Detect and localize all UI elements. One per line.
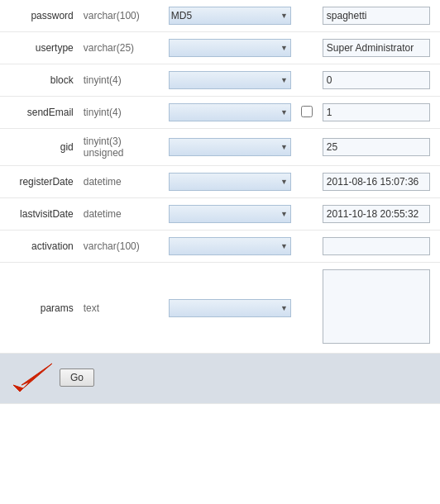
- arrow-icon: [7, 362, 56, 395]
- field-select[interactable]: [169, 299, 291, 317]
- field-name: registerDate: [0, 166, 79, 198]
- field-name: activation: [0, 231, 79, 263]
- field-select-wrapper: [164, 129, 296, 166]
- go-button[interactable]: Go: [60, 368, 94, 387]
- data-table: passwordvarchar(100)MD5usertypevarchar(2…: [0, 0, 440, 404]
- field-value-cell: [318, 0, 440, 32]
- table-row: registerDatedatetime: [0, 166, 440, 198]
- field-type: tinyint(3) unsigned: [79, 129, 164, 166]
- field-select-wrapper: [164, 198, 296, 231]
- field-select-wrapper: MD5: [164, 0, 296, 32]
- field-select[interactable]: MD5: [169, 7, 291, 25]
- field-checkbox-cell: [296, 263, 318, 354]
- field-select[interactable]: [169, 173, 291, 191]
- table-row: passwordvarchar(100)MD5: [0, 0, 440, 32]
- field-checkbox-cell: [296, 166, 318, 198]
- field-value-cell: [318, 64, 440, 97]
- field-name: gid: [0, 129, 79, 166]
- field-type: varchar(25): [79, 32, 164, 64]
- field-checkbox-cell: [296, 129, 318, 166]
- field-type: tinyint(4): [79, 97, 164, 129]
- field-value-cell: [318, 263, 440, 354]
- field-value-cell: [318, 129, 440, 166]
- table-row: sendEmailtinyint(4): [0, 97, 440, 129]
- footer-cell: Go: [0, 354, 440, 404]
- field-type: datetime: [79, 166, 164, 198]
- field-input[interactable]: [323, 7, 430, 25]
- footer-row: Go: [0, 354, 440, 404]
- table-row: blocktinyint(4): [0, 64, 440, 97]
- field-type: varchar(100): [79, 231, 164, 263]
- field-select-wrapper: [164, 263, 296, 354]
- field-name: sendEmail: [0, 97, 79, 129]
- field-select-wrapper: [164, 64, 296, 97]
- table-row: usertypevarchar(25): [0, 32, 440, 64]
- field-name: password: [0, 0, 79, 32]
- field-select[interactable]: [169, 237, 291, 255]
- field-type: tinyint(4): [79, 64, 164, 97]
- field-type: datetime: [79, 198, 164, 231]
- field-select-wrapper: [164, 166, 296, 198]
- field-select[interactable]: [169, 71, 291, 89]
- field-value-cell: [318, 231, 440, 263]
- field-name: block: [0, 64, 79, 97]
- field-input[interactable]: [323, 237, 430, 255]
- field-checkbox-cell: [296, 64, 318, 97]
- field-input[interactable]: [323, 103, 430, 121]
- field-value-cell: [318, 166, 440, 198]
- field-checkbox-cell: [296, 97, 318, 129]
- field-name: usertype: [0, 32, 79, 64]
- field-type: text: [79, 263, 164, 354]
- field-input[interactable]: [323, 173, 430, 191]
- field-checkbox-cell: [296, 32, 318, 64]
- table-row: activationvarchar(100): [0, 231, 440, 263]
- field-select-wrapper: [164, 32, 296, 64]
- field-name: lastvisitDate: [0, 198, 79, 231]
- field-value-cell: [318, 198, 440, 231]
- field-value-cell: [318, 97, 440, 129]
- field-select-wrapper: [164, 97, 296, 129]
- table-row: lastvisitDatedatetime: [0, 198, 440, 231]
- field-input[interactable]: [323, 39, 430, 57]
- field-input[interactable]: [323, 71, 430, 89]
- field-input[interactable]: [323, 138, 430, 156]
- field-select-wrapper: [164, 231, 296, 263]
- table-row: gidtinyint(3) unsigned: [0, 129, 440, 166]
- field-select[interactable]: [169, 138, 291, 156]
- field-input[interactable]: [323, 205, 430, 223]
- field-select[interactable]: [169, 205, 291, 223]
- field-select[interactable]: [169, 39, 291, 57]
- field-name: params: [0, 263, 79, 354]
- field-type: varchar(100): [79, 0, 164, 32]
- field-textarea[interactable]: [323, 269, 430, 344]
- table-row: paramstext: [0, 263, 440, 354]
- field-checkbox-cell: [296, 198, 318, 231]
- field-checkbox[interactable]: [301, 106, 313, 117]
- field-checkbox-cell: [296, 231, 318, 263]
- field-select[interactable]: [169, 103, 291, 121]
- field-value-cell: [318, 32, 440, 64]
- field-checkbox-cell: [296, 0, 318, 32]
